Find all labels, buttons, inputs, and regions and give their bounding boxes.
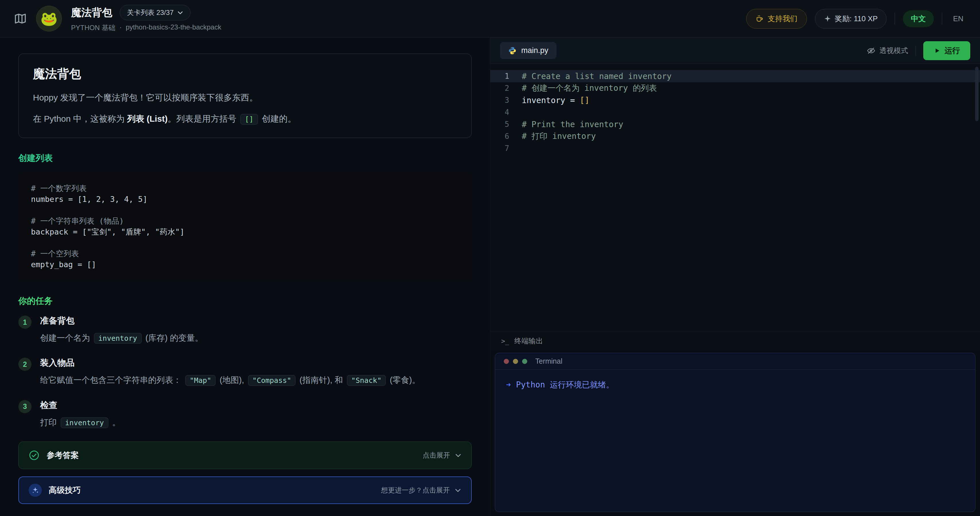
task-description: 打印 inventory 。	[40, 416, 121, 429]
editor-scrollbar[interactable]	[975, 67, 978, 121]
play-icon	[934, 47, 940, 54]
file-tab-label: main.py	[521, 46, 549, 55]
run-button-label: 运行	[945, 46, 960, 56]
advanced-tips-expander[interactable]: 高级技巧 想更进一步？点击展开	[18, 476, 472, 504]
inline-code-chip: "Map"	[185, 375, 215, 386]
eye-off-icon	[867, 46, 875, 55]
terminal-prompt-icon: >_	[501, 337, 509, 345]
chevron-down-icon	[455, 487, 461, 494]
section-heading-your-tasks: 你的任务	[18, 295, 472, 307]
advanced-tips-title: 高级技巧	[49, 485, 81, 496]
task-title: 准备背包	[40, 315, 203, 327]
editor-line[interactable]: 6# 打印 inventory	[490, 130, 980, 142]
map-icon[interactable]	[14, 12, 27, 25]
lang-toggle-zh[interactable]: 中文	[903, 10, 934, 27]
code-editor[interactable]: 1# Create a list named inventory2# 创建一个名…	[490, 64, 980, 332]
breadcrumb: PYTHON 基础 · python-basics-23-the-backpac…	[71, 23, 221, 32]
xp-reward-label: 奖励: 110 XP	[835, 14, 878, 24]
line-code: # 创建一个名为 inventory 的列表	[522, 83, 657, 94]
line-number: 5	[490, 120, 522, 129]
python-icon	[508, 46, 517, 55]
terminal-output-label: 终端输出	[514, 336, 543, 346]
terminal-ready-message: Python 运行环境已就绪。	[516, 380, 614, 389]
example-code-line: # 一个空列表	[31, 248, 459, 259]
terminal-body: ➜Python 运行环境已就绪。	[495, 370, 975, 400]
editor-line[interactable]: 2# 创建一个名为 inventory 的列表	[490, 82, 980, 94]
support-us-button[interactable]: 支持我们	[746, 9, 807, 29]
chevron-down-icon	[177, 10, 183, 16]
reference-answer-expander[interactable]: 参考答案 点击展开	[18, 441, 472, 469]
sparkle-icon	[824, 15, 831, 22]
line-number: 4	[490, 108, 522, 116]
editor-line[interactable]: 1# Create a list named inventory	[490, 70, 980, 82]
line-number: 7	[490, 144, 522, 152]
terminal-dot-green	[522, 359, 527, 364]
support-us-label: 支持我们	[768, 14, 797, 24]
example-code-line: # 一个数字列表	[31, 183, 459, 194]
terminal-window: Terminal ➜Python 运行环境已就绪。	[495, 353, 975, 512]
line-code: # Create a list named inventory	[522, 71, 672, 81]
example-code-line: empty_bag = []	[31, 259, 459, 270]
example-code-line: numbers = [1, 2, 3, 4, 5]	[31, 194, 459, 205]
terminal-dot-red	[504, 359, 509, 364]
lesson-panel: 魔法背包 Hoppy 发现了一个魔法背包！它可以按顺序装下很多东西。 在 Pyt…	[0, 38, 490, 516]
task-list: 1准备背包创建一个名为 inventory (库存) 的变量。2装入物品给它赋值…	[18, 315, 472, 429]
coffee-cup-icon	[756, 14, 764, 22]
editor-panel: main.py 透视模式 运行 1# Create a list named i…	[490, 38, 980, 516]
line-number: 3	[490, 96, 522, 105]
task-number: 2	[18, 358, 32, 371]
lesson-intro-card: 魔法背包 Hoppy 发现了一个魔法背包！它可以按顺序装下很多东西。 在 Pyt…	[18, 54, 472, 138]
terminal-dot-yellow	[513, 359, 518, 364]
xray-mode-toggle[interactable]: 透视模式	[867, 46, 908, 55]
topbar: 🐸 魔法背包 关卡列表 23/37 PYTHON 基础 · python-bas…	[0, 0, 980, 38]
page-title: 魔法背包	[71, 6, 112, 20]
lesson-title: 魔法背包	[33, 66, 457, 82]
inline-code-chip: "Snack"	[347, 375, 386, 386]
lesson-slug: python-basics-23-the-backpack	[126, 23, 221, 32]
task-description: 给它赋值一个包含三个字符串的列表： "Map" (地图), "Compass" …	[40, 373, 420, 387]
divider	[942, 13, 942, 25]
example-code-line: backpack = ["宝剑", "盾牌", "药水"]	[31, 227, 459, 237]
xp-reward-badge: 奖励: 110 XP	[815, 9, 886, 29]
task-item: 2装入物品给它赋值一个包含三个字符串的列表： "Map" (地图), "Comp…	[18, 357, 472, 387]
line-number: 6	[490, 132, 522, 141]
line-number: 2	[490, 84, 522, 92]
chevron-down-icon	[455, 452, 461, 459]
task-title: 装入物品	[40, 357, 420, 369]
editor-line[interactable]: 5# Print the inventory	[490, 118, 980, 130]
run-button[interactable]: 运行	[923, 41, 970, 60]
avatar-emoji: 🐸	[40, 11, 57, 27]
breadcrumb-separator: ·	[119, 23, 122, 32]
editor-line[interactable]: 4	[490, 106, 980, 118]
editor-line[interactable]: 7	[490, 142, 980, 154]
level-list-dropdown[interactable]: 关卡列表 23/37	[120, 5, 191, 20]
title-block: 魔法背包 关卡列表 23/37 PYTHON 基础 · python-basic…	[71, 5, 221, 32]
course-label: PYTHON 基础	[71, 23, 116, 32]
lang-toggle-en[interactable]: EN	[950, 14, 966, 23]
task-item: 1准备背包创建一个名为 inventory (库存) 的变量。	[18, 315, 472, 345]
line-code: # Print the inventory	[522, 120, 623, 129]
editor-header: main.py 透视模式 运行	[490, 38, 980, 64]
task-item: 3检查打印 inventory 。	[18, 400, 472, 429]
task-number: 3	[18, 400, 32, 413]
example-code-line	[31, 237, 459, 248]
line-code: inventory = []	[522, 96, 589, 105]
list-term: 列表 (List)	[127, 114, 168, 124]
example-code-block: # 一个数字列表numbers = [1, 2, 3, 4, 5] # 一个字符…	[18, 172, 472, 281]
example-code-line	[31, 205, 459, 216]
expand-hint: 点击展开	[423, 451, 450, 460]
file-tab-main-py[interactable]: main.py	[500, 42, 557, 59]
lesson-paragraph: Hoppy 发现了一个魔法背包！它可以按顺序装下很多东西。	[33, 90, 457, 105]
sparkles-icon	[29, 484, 42, 497]
terminal-output-bar[interactable]: >_ 终端输出	[490, 332, 980, 350]
terminal-title: Terminal	[535, 357, 562, 365]
inline-code-chip: inventory	[61, 418, 108, 428]
level-badge-label: 关卡列表 23/37	[127, 8, 173, 17]
inline-code-brackets: []	[240, 114, 258, 125]
editor-line[interactable]: 3inventory = []	[490, 94, 980, 106]
lesson-paragraph: 在 Python 中，这被称为 列表 (List)。列表是用方括号 [] 创建的…	[33, 112, 457, 126]
inline-code-chip: "Compass"	[248, 375, 296, 386]
avatar[interactable]: 🐸	[36, 6, 62, 32]
terminal-arrow: ➜	[506, 380, 511, 389]
reference-answer-title: 参考答案	[47, 450, 79, 461]
